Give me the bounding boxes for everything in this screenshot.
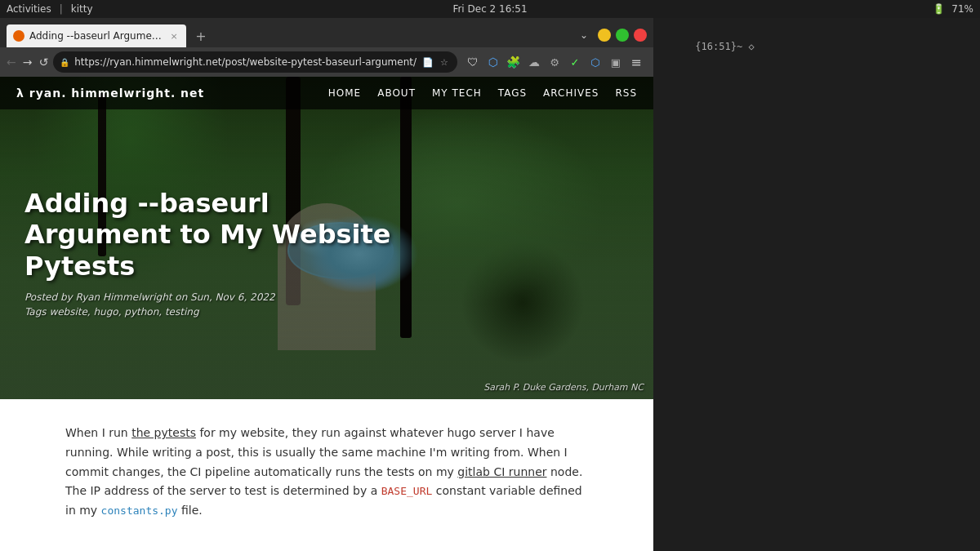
pytests-link[interactable]: the pytests xyxy=(131,426,196,439)
forward-icon: → xyxy=(23,56,33,69)
bookmark-icon[interactable]: ☆ xyxy=(438,56,451,69)
reload-icon: ↺ xyxy=(38,56,48,69)
terminal-prompt: {16:51}~ ◇ xyxy=(695,41,754,52)
sidebar-icon[interactable]: ▣ xyxy=(607,53,625,71)
browser-window: Adding --baseurl Argument to... × + ⌄ ← … xyxy=(0,18,653,551)
reload-button[interactable]: ↺ xyxy=(37,51,50,73)
window-controls: ⌄ xyxy=(575,26,647,47)
volume-label: 71% xyxy=(951,3,973,15)
hero-content: Adding --baseurlArgument to My WebsitePy… xyxy=(24,188,629,318)
close-button[interactable] xyxy=(634,29,647,42)
extensions-icon[interactable]: 🧩 xyxy=(505,53,523,71)
toolbar-icons: 🛡 ⬡ 🧩 ☁ ⚙ ✓ ⬡ ▣ ≡ xyxy=(461,53,648,71)
base-url-link[interactable]: BASE_URL xyxy=(381,485,433,497)
activities-label[interactable]: Activities xyxy=(7,3,51,15)
dropdown-button[interactable]: ⌄ xyxy=(575,26,593,44)
blog-site: λ ryan. himmelwright. net HOME ABOUT MY … xyxy=(0,77,653,551)
text-file: file. xyxy=(178,504,203,517)
blog-nav-links: HOME ABOUT MY TECH TAGS ARCHIVES RSS xyxy=(328,87,637,99)
navigation-bar: ← → ↺ 🔒 https://ryan.himmelwright.net/po… xyxy=(0,47,653,77)
active-tab[interactable]: Adding --baseurl Argument to... × xyxy=(7,24,186,47)
address-bar[interactable]: 🔒 https://ryan.himmelwright.net/post/web… xyxy=(53,51,457,73)
system-bar: Activities | kitty Fri Dec 2 16:51 🔋 71% xyxy=(0,0,980,18)
menu-icon[interactable]: ≡ xyxy=(627,53,645,71)
new-tab-button[interactable]: + xyxy=(189,24,212,47)
system-clock: Fri Dec 2 16:51 xyxy=(452,3,527,15)
tab-title: Adding --baseurl Argument to... xyxy=(29,30,163,42)
battery-icon: 🔋 xyxy=(933,3,945,15)
hero-title: Adding --baseurlArgument to My WebsitePy… xyxy=(24,188,629,282)
nav-archives[interactable]: ARCHIVES xyxy=(543,87,599,99)
blog-body: When I run the pytests for my website, t… xyxy=(0,399,653,551)
container-icon[interactable]: ⬡ xyxy=(484,53,502,71)
pocket-icon[interactable]: 🛡 xyxy=(464,53,482,71)
terminal-window[interactable]: {16:51}~ ◇ xyxy=(653,18,980,551)
back-icon: ← xyxy=(7,56,16,69)
sync-icon[interactable]: ☁ xyxy=(525,53,543,71)
gitlab-ci-link[interactable]: gitlab CI runner xyxy=(457,465,546,478)
hero-tags: Tags website, hugo, python, testing xyxy=(24,306,629,318)
forward-button[interactable]: → xyxy=(21,51,34,73)
url-display: https://ryan.himmelwright.net/post/websi… xyxy=(74,56,416,68)
ext2-icon[interactable]: ✓ xyxy=(566,53,584,71)
nav-home[interactable]: HOME xyxy=(328,87,361,99)
nav-about[interactable]: ABOUT xyxy=(377,87,416,99)
ext3-icon[interactable]: ⬡ xyxy=(586,53,604,71)
hero-caption: Sarah P. Duke Gardens, Durham NC xyxy=(483,382,644,393)
lock-icon: 🔒 xyxy=(60,58,69,67)
maximize-button[interactable] xyxy=(616,29,629,42)
tab-close-button[interactable]: × xyxy=(168,30,180,42)
browser-content: λ ryan. himmelwright. net HOME ABOUT MY … xyxy=(0,77,653,551)
blog-logo[interactable]: λ ryan. himmelwright. net xyxy=(16,87,204,100)
hero-section: λ ryan. himmelwright. net HOME ABOUT MY … xyxy=(0,77,653,399)
constants-py-link[interactable]: constants.py xyxy=(101,504,178,517)
ext1-icon[interactable]: ⚙ xyxy=(546,53,564,71)
blog-navigation: λ ryan. himmelwright. net HOME ABOUT MY … xyxy=(0,77,653,109)
kitty-label[interactable]: kitty xyxy=(71,3,93,15)
nav-tags[interactable]: TAGS xyxy=(498,87,527,99)
hero-meta: Posted by Ryan Himmelwright on Sun, Nov … xyxy=(24,291,629,303)
nav-rss[interactable]: RSS xyxy=(615,87,637,99)
tab-bar: Adding --baseurl Argument to... × + ⌄ xyxy=(0,18,653,47)
reader-mode-icon[interactable]: 📄 xyxy=(421,56,434,69)
minimize-button[interactable] xyxy=(598,29,611,42)
back-button[interactable]: ← xyxy=(5,51,18,73)
terminal-line-1: {16:51}~ ◇ xyxy=(660,24,973,69)
nav-my-tech[interactable]: MY TECH xyxy=(432,87,482,99)
tab-favicon xyxy=(13,30,24,42)
blog-paragraph: When I run the pytests for my website, t… xyxy=(65,424,588,521)
text-when-i-run: When I run xyxy=(65,426,131,439)
